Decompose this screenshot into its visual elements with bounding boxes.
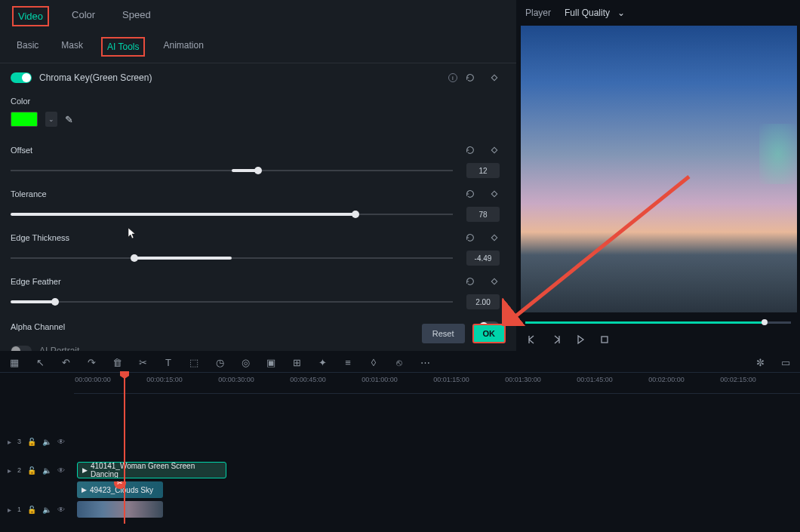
zoom-icon[interactable]: ▭ [779, 355, 792, 369]
prev-frame-icon[interactable] [525, 333, 539, 346]
play-icon[interactable] [574, 333, 587, 346]
ai-portrait-label: AI Portrait [39, 346, 500, 351]
tolerance-thumb[interactable] [352, 211, 359, 218]
offset-thumb[interactable] [254, 167, 262, 174]
lock-icon[interactable]: 🔓 [27, 466, 36, 475]
edge-thickness-thumb[interactable] [131, 254, 138, 262]
color-label: Color [11, 97, 500, 106]
edge-feather-thumb[interactable] [51, 298, 59, 306]
tolerance-slider[interactable] [11, 214, 453, 215]
grid-icon[interactable]: ▦ [8, 355, 21, 369]
tab-speed[interactable]: Speed [118, 6, 155, 26]
clip-dancing[interactable]: ▶ 410141_Woman Green Screen Dancing [77, 462, 226, 478]
ai-portrait-toggle[interactable] [11, 346, 32, 351]
edge-thickness-reset-icon[interactable] [465, 232, 475, 243]
circle-icon[interactable]: ◎ [238, 355, 252, 369]
effects-icon[interactable]: ✦ [315, 355, 329, 369]
mute-icon[interactable]: 🔈 [42, 466, 51, 475]
eye-icon[interactable]: 👁 [57, 438, 65, 446]
preview-scrubber[interactable] [525, 321, 791, 324]
alpha-channel-label: Alpha Channel [11, 322, 245, 331]
reset-section-icon[interactable] [465, 72, 475, 83]
edge-feather-slider[interactable] [11, 301, 453, 303]
marker-icon[interactable]: ◊ [367, 355, 380, 369]
crop-icon[interactable]: ⬚ [187, 355, 201, 369]
redo-icon[interactable]: ↷ [85, 355, 98, 369]
track-video-icon[interactable]: ▸ [8, 506, 11, 514]
ruler-tick: 00:00:00:00 [75, 376, 111, 383]
svg-rect-3 [491, 235, 497, 240]
playhead[interactable] [124, 373, 125, 524]
tab-video[interactable]: Video [12, 6, 49, 26]
properties-panel: Video Color Speed Basic Mask AI Tools An… [0, 0, 516, 351]
svg-rect-1 [491, 147, 497, 152]
edge-thickness-slider[interactable] [11, 257, 453, 259]
ruler-tick: 00:00:45:00 [290, 376, 326, 383]
edge-thickness-keyframe-icon[interactable] [489, 232, 500, 243]
tolerance-value[interactable]: 78 [466, 207, 500, 222]
undo-icon[interactable]: ↶ [59, 355, 72, 369]
eye-icon[interactable]: 👁 [57, 506, 65, 514]
mask-tool-icon[interactable]: ▣ [264, 355, 278, 369]
keyframe-icon[interactable] [489, 72, 500, 83]
timeline: ▦ ↖ ↶ ↷ 🗑 ✂ T ⬚ ◷ ◎ ▣ ⊞ ✦ ≡ ◊ ⎋ ⋯ ✼ ▭ 00… [0, 351, 800, 532]
subtab-ai-tools[interactable]: AI Tools [101, 37, 145, 57]
subtab-basic[interactable]: Basic [12, 37, 43, 57]
eyedropper-icon[interactable]: ✎ [65, 114, 73, 125]
next-frame-icon[interactable] [549, 333, 563, 346]
color-swatch[interactable] [11, 112, 38, 127]
svg-rect-2 [491, 191, 497, 196]
tab-color[interactable]: Color [67, 6, 100, 26]
offset-slider[interactable] [11, 170, 453, 171]
text-icon[interactable]: T [162, 355, 175, 369]
lock-icon[interactable]: 🔓 [27, 438, 36, 446]
ruler-tick: 00:01:15:00 [433, 376, 469, 383]
adjust-icon[interactable]: ≡ [341, 355, 355, 369]
quality-select[interactable]: Full Quality ⌄ [565, 8, 625, 18]
timeline-ruler[interactable]: 00:00:00:00 00:00:15:00 00:00:30:00 00:0… [74, 373, 800, 394]
info-icon[interactable]: i [448, 73, 457, 82]
offset-reset-icon[interactable] [465, 145, 475, 155]
tolerance-reset-icon[interactable] [465, 189, 475, 199]
subtab-mask[interactable]: Mask [57, 37, 88, 57]
preview-viewport[interactable] [521, 26, 797, 312]
mute-icon[interactable]: 🔈 [42, 506, 51, 514]
pointer-icon[interactable]: ↖ [33, 355, 47, 369]
delete-icon[interactable]: 🗑 [110, 355, 124, 369]
more-icon[interactable]: ⋯ [418, 355, 432, 369]
clip-clouds[interactable]: ▶ 49423_Clouds Sky ✂ [77, 481, 163, 498]
color-dropdown[interactable]: ⌄ [45, 112, 57, 127]
chroma-key-toggle[interactable] [11, 72, 32, 83]
chroma-key-header: Chroma Key(Green Screen) i [9, 63, 501, 92]
eye-icon[interactable]: 👁 [57, 466, 65, 475]
tolerance-keyframe-icon[interactable] [489, 189, 500, 199]
ok-button[interactable]: OK [472, 324, 506, 343]
group-icon[interactable]: ⊞ [290, 355, 303, 369]
link-icon[interactable]: ⎋ [392, 355, 406, 369]
edge-feather-reset-icon[interactable] [465, 276, 475, 287]
ruler-tick: 00:02:00:00 [648, 376, 685, 383]
lock-icon[interactable]: 🔓 [27, 506, 36, 514]
offset-value[interactable]: 12 [466, 163, 500, 178]
edge-thickness-value[interactable]: -4.49 [466, 251, 500, 266]
chevron-down-icon: ⌄ [617, 8, 625, 18]
clip-track1[interactable] [77, 501, 163, 518]
reset-button[interactable]: Reset [422, 324, 465, 343]
player-panel: Player Full Quality ⌄ [516, 0, 800, 351]
ruler-tick: 00:00:15:00 [146, 376, 183, 383]
svg-rect-4 [491, 278, 497, 284]
track-video-icon[interactable]: ▸ [8, 466, 11, 475]
track-video-icon[interactable]: ▸ [8, 438, 11, 446]
tolerance-label: Tolerance [11, 189, 465, 198]
stop-icon[interactable] [598, 333, 611, 346]
edge-feather-value[interactable]: 2.00 [466, 294, 500, 309]
offset-keyframe-icon[interactable] [489, 145, 500, 155]
scrubber-thumb[interactable] [762, 319, 768, 325]
mute-icon[interactable]: 🔈 [42, 438, 51, 446]
edge-feather-keyframe-icon[interactable] [489, 276, 500, 287]
settings-icon[interactable]: ✼ [753, 355, 767, 369]
subtab-animation[interactable]: Animation [158, 37, 208, 57]
cut-icon[interactable]: ✂ [136, 355, 149, 369]
speed-icon[interactable]: ◷ [213, 355, 226, 369]
sub-tabs: Basic Mask AI Tools Animation [0, 32, 516, 63]
